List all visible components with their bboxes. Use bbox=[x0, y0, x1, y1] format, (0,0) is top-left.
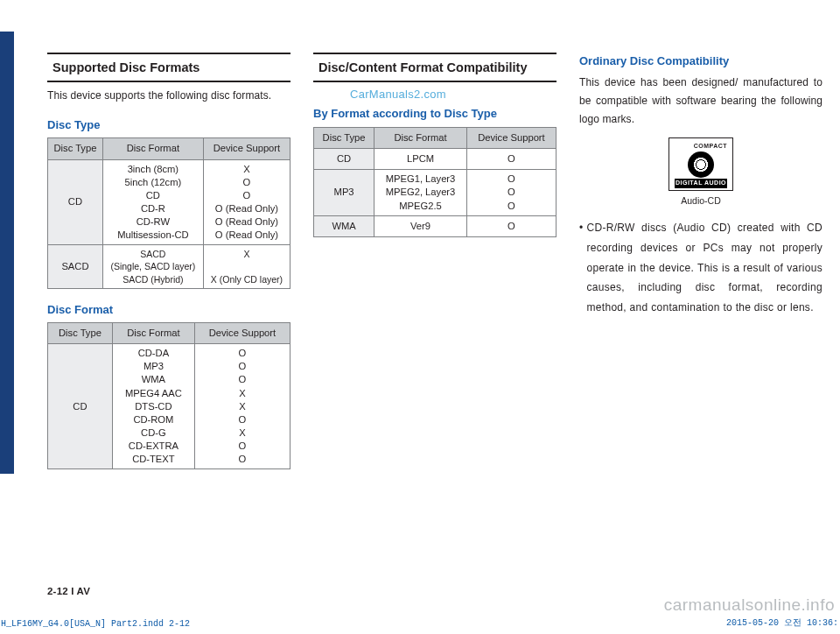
td-support: O O O bbox=[466, 170, 556, 215]
td-support: X X (Only CD layer) bbox=[203, 245, 290, 289]
td-format: MPEG1, Layer3 MPEG2, Layer3 MPEG2.5 bbox=[374, 170, 467, 215]
table-disc-type: Disc Type Disc Format Device Support CD … bbox=[47, 137, 290, 289]
table-by-format: Disc Type Disc Format Device Support CD … bbox=[313, 127, 556, 237]
content-columns: Supported Disc Formats This device suppo… bbox=[47, 53, 822, 573]
section-heading-compat: Disc/Content Format Compatibility bbox=[313, 53, 556, 82]
column-2: Disc/Content Format Compatibility By For… bbox=[313, 53, 556, 573]
th: Disc Type bbox=[48, 138, 103, 159]
td-type: CD bbox=[48, 159, 103, 245]
heading-supported: Supported Disc Formats bbox=[52, 58, 285, 77]
subheading-disc-type: Disc Type bbox=[47, 116, 290, 134]
td-format: LPCM bbox=[374, 148, 467, 169]
th: Disc Format bbox=[374, 127, 467, 148]
td-format: Ver9 bbox=[374, 215, 467, 236]
audio-cd-logo: COMPACT DIGITAL AUDIO Audio-CD bbox=[665, 137, 737, 208]
disc-icon bbox=[688, 151, 714, 178]
subheading-disc-format: Disc Format bbox=[47, 301, 290, 319]
td-type: MP3 bbox=[314, 170, 374, 215]
td-support: O bbox=[466, 148, 556, 169]
ordinary-paragraph: This device has been designed/ manufactu… bbox=[579, 74, 822, 129]
print-mark-right: 2015-05-20 오전 10:36: bbox=[726, 616, 838, 629]
page-number: 2-12 I AV bbox=[47, 586, 90, 596]
th: Disc Format bbox=[112, 322, 194, 343]
td-support: O bbox=[466, 215, 556, 236]
td-type: SACD bbox=[48, 245, 103, 289]
td-type: CD bbox=[48, 344, 113, 469]
td-format: 3inch (8cm) 5inch (12cm) CD CD-R CD-RW M… bbox=[102, 159, 203, 245]
column-3: Ordinary Disc Compatibility This device … bbox=[579, 53, 822, 573]
intro-paragraph: This device supports the following disc … bbox=[47, 88, 290, 104]
logo-top-right: COMPACT bbox=[694, 142, 727, 151]
td-type: WMA bbox=[314, 215, 374, 236]
logo-caption: Audio-CD bbox=[665, 194, 737, 208]
heading-compat: Disc/Content Format Compatibility bbox=[318, 58, 551, 77]
print-mark-left: H_LF16MY_G4.0[USA_N] Part2.indd 2-12 bbox=[1, 619, 190, 629]
side-tab bbox=[0, 32, 14, 474]
subheading-ordinary: Ordinary Disc Compatibility bbox=[579, 53, 822, 70]
th: Disc Type bbox=[314, 127, 374, 148]
td-type: CD bbox=[314, 148, 374, 169]
th: Disc Format bbox=[102, 138, 203, 159]
table-disc-format: Disc Type Disc Format Device Support CD … bbox=[47, 322, 290, 469]
th: Disc Type bbox=[48, 322, 113, 343]
th: Device Support bbox=[203, 138, 290, 159]
bullet-dot-icon: • bbox=[579, 218, 584, 318]
td-support: X O O O (Read Only) O (Read Only) O (Rea… bbox=[203, 159, 290, 245]
logo-bottom: DIGITAL AUDIO bbox=[675, 179, 727, 188]
bullet-text: CD-R/RW discs (Audio CD) created with CD… bbox=[587, 218, 822, 318]
site-watermark: carmanualsonline.info bbox=[664, 595, 835, 615]
td-format: CD-DA MP3 WMA MPEG4 AAC DTS-CD CD-ROM CD… bbox=[112, 344, 194, 469]
th: Device Support bbox=[194, 322, 290, 343]
td-support: O O O X X O X O O bbox=[194, 344, 290, 469]
th: Device Support bbox=[466, 127, 556, 148]
column-1: Supported Disc Formats This device suppo… bbox=[47, 53, 290, 573]
bullet-item: • CD-R/RW discs (Audio CD) created with … bbox=[579, 218, 822, 318]
subheading-by-format: By Format according to Disc Type bbox=[313, 105, 556, 123]
td-format: SACD (Single, SACD layer) SACD (Hybrid) bbox=[102, 245, 203, 289]
section-heading-supported: Supported Disc Formats bbox=[47, 53, 290, 82]
